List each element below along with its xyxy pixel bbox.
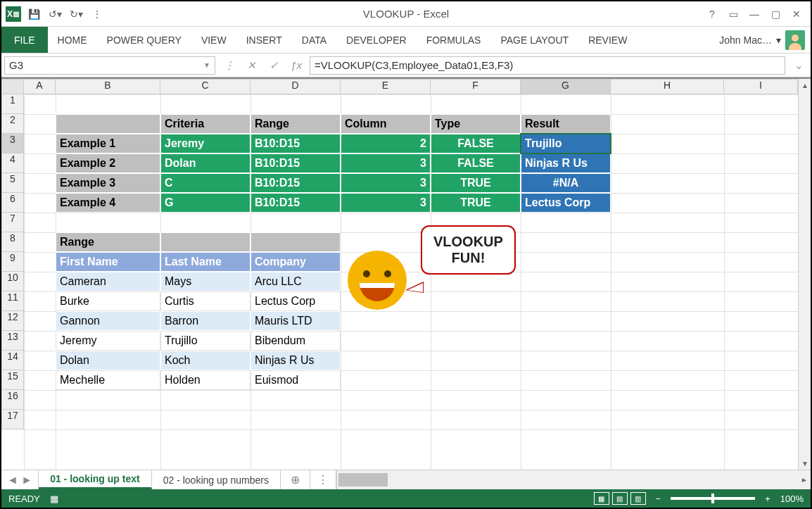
cell-D5[interactable]: B10:D15 bbox=[250, 173, 341, 193]
cell-C13[interactable]: Trujillo bbox=[160, 331, 250, 351]
cell-B3[interactable]: Example 1 bbox=[56, 134, 160, 153]
row-header-13[interactable]: 13 bbox=[1, 331, 24, 351]
cell-D11[interactable]: Lectus Corp bbox=[250, 291, 341, 311]
row-header-16[interactable]: 16 bbox=[1, 390, 24, 410]
avatar[interactable] bbox=[785, 30, 805, 50]
row-header-8[interactable]: 8 bbox=[1, 232, 24, 252]
save-icon[interactable]: 💾 bbox=[25, 6, 42, 23]
tab-power-query[interactable]: POWER QUERY bbox=[97, 27, 191, 53]
file-tab[interactable]: FILE bbox=[1, 27, 48, 53]
view-normal-icon[interactable]: ▦ bbox=[594, 492, 609, 505]
scroll-up-icon[interactable]: ▲ bbox=[799, 79, 811, 92]
tab-insert[interactable]: INSERT bbox=[236, 27, 292, 53]
tab-formulas[interactable]: FORMULAS bbox=[417, 27, 491, 53]
cell-C14[interactable]: Koch bbox=[160, 351, 250, 370]
cell-E6[interactable]: 3 bbox=[341, 193, 431, 213]
horizontal-scrollbar[interactable]: ◄ ► bbox=[336, 470, 811, 489]
cell-D15[interactable]: Euismod bbox=[250, 370, 341, 390]
cell-B4[interactable]: Example 2 bbox=[56, 153, 160, 173]
tab-developer[interactable]: DEVELOPER bbox=[336, 27, 417, 53]
sheet-nav[interactable]: ◄ ► bbox=[1, 470, 39, 489]
cell-D12[interactable]: Mauris LTD bbox=[250, 311, 341, 331]
col-header-F[interactable]: F bbox=[431, 79, 521, 94]
cell-C8[interactable] bbox=[160, 232, 250, 252]
cell-D6[interactable]: B10:D15 bbox=[250, 193, 341, 213]
cell-D3[interactable]: B10:D15 bbox=[250, 134, 341, 153]
cell-C12[interactable]: Barron bbox=[160, 311, 250, 331]
formula-expand-icon[interactable]: ⌄ bbox=[789, 56, 808, 75]
undo-icon[interactable]: ↺▾ bbox=[46, 6, 63, 23]
cell-G5[interactable]: #N/A bbox=[521, 173, 611, 193]
row-header-7[interactable]: 7 bbox=[1, 213, 24, 232]
cell-E2[interactable]: Column bbox=[341, 114, 431, 134]
cell-F3[interactable]: FALSE bbox=[431, 134, 521, 153]
tab-home[interactable]: HOME bbox=[48, 27, 97, 53]
row-header-5[interactable]: 5 bbox=[1, 173, 24, 193]
formula-input[interactable]: =VLOOKUP(C3,Employee_Data01,E3,F3) bbox=[310, 56, 785, 75]
cell-G2[interactable]: Result bbox=[521, 114, 611, 134]
formula-colon-icon[interactable]: ⋮ bbox=[220, 56, 238, 75]
insert-function-icon[interactable]: ƒx bbox=[287, 56, 305, 75]
cell-E4[interactable]: 3 bbox=[341, 153, 431, 173]
minimize-icon[interactable]: — bbox=[744, 6, 764, 23]
column-headers[interactable]: ABCDEFGHI bbox=[24, 79, 798, 94]
cell-C11[interactable]: Curtis bbox=[160, 291, 250, 311]
formula-cancel-icon[interactable]: ✕ bbox=[242, 56, 260, 75]
col-header-H[interactable]: H bbox=[611, 79, 724, 94]
zoom-out-icon[interactable]: − bbox=[656, 494, 661, 504]
row-header-10[interactable]: 10 bbox=[1, 272, 24, 291]
col-header-E[interactable]: E bbox=[341, 79, 431, 94]
cell-E5[interactable]: 3 bbox=[341, 173, 431, 193]
zoom-level[interactable]: 100% bbox=[780, 494, 804, 504]
qat-customize-icon[interactable]: ⋮ bbox=[89, 6, 106, 23]
cell-B15[interactable]: Mechelle bbox=[56, 370, 160, 390]
cell-C9[interactable]: Last Name bbox=[160, 252, 250, 272]
cell-B9[interactable]: First Name bbox=[56, 252, 160, 272]
zoom-in-icon[interactable]: + bbox=[765, 494, 770, 504]
select-all-corner[interactable] bbox=[1, 79, 24, 94]
excel-app-icon[interactable]: X≣ bbox=[6, 6, 21, 22]
cell-C3[interactable]: Jeremy bbox=[160, 134, 250, 153]
maximize-icon[interactable]: ▢ bbox=[766, 6, 785, 23]
zoom-thumb[interactable] bbox=[711, 494, 714, 503]
cell-B8[interactable]: Range bbox=[56, 232, 160, 252]
col-header-C[interactable]: C bbox=[160, 79, 250, 94]
tab-review[interactable]: REVIEW bbox=[578, 27, 637, 53]
cell-C2[interactable]: Criteria bbox=[160, 114, 250, 134]
cell-D4[interactable]: B10:D15 bbox=[250, 153, 341, 173]
cell-D10[interactable]: Arcu LLC bbox=[250, 272, 341, 291]
ribbon-options-icon[interactable]: ▭ bbox=[723, 6, 743, 23]
tab-page-layout[interactable]: PAGE LAYOUT bbox=[490, 27, 578, 53]
cell-F6[interactable]: TRUE bbox=[431, 193, 521, 213]
cell-C6[interactable]: G bbox=[160, 193, 250, 213]
row-header-4[interactable]: 4 bbox=[1, 153, 24, 173]
col-header-G[interactable]: G bbox=[521, 79, 611, 94]
cell-B12[interactable]: Gannon bbox=[56, 311, 160, 331]
tab-data[interactable]: DATA bbox=[292, 27, 336, 53]
row-header-15[interactable]: 15 bbox=[1, 370, 24, 390]
cell-F5[interactable]: TRUE bbox=[431, 173, 521, 193]
cell-B13[interactable]: Jeremy bbox=[56, 331, 160, 351]
name-box[interactable]: G3 ▼ bbox=[4, 56, 215, 75]
cell-C5[interactable]: C bbox=[160, 173, 250, 193]
hscroll-right-icon[interactable]: ► bbox=[798, 470, 811, 489]
zoom-slider[interactable] bbox=[671, 497, 755, 500]
cell-C15[interactable]: Holden bbox=[160, 370, 250, 390]
sheet-tab-1[interactable]: 01 - looking up text bbox=[39, 470, 152, 489]
cell-F2[interactable]: Type bbox=[431, 114, 521, 134]
row-header-17[interactable]: 17 bbox=[1, 410, 24, 429]
cell-D13[interactable]: Bibendum bbox=[250, 331, 341, 351]
cell-B6[interactable]: Example 4 bbox=[56, 193, 160, 213]
row-header-6[interactable]: 6 bbox=[1, 193, 24, 213]
add-sheet-button[interactable]: ⊕ bbox=[281, 470, 310, 489]
help-icon[interactable]: ? bbox=[702, 6, 722, 23]
cell-grid[interactable]: CriteriaRangeColumnTypeResultExample 1Je… bbox=[24, 94, 798, 470]
hscroll-thumb[interactable] bbox=[338, 473, 388, 486]
cell-B11[interactable]: Burke bbox=[56, 291, 160, 311]
cell-C10[interactable]: Mays bbox=[160, 272, 250, 291]
col-header-I[interactable]: I bbox=[724, 79, 798, 94]
row-header-3[interactable]: 3 bbox=[1, 134, 24, 153]
cell-B10[interactable]: Cameran bbox=[56, 272, 160, 291]
spreadsheet[interactable]: ABCDEFGHI 1234567891011121314151617 Crit… bbox=[1, 77, 811, 470]
name-box-dropdown-icon[interactable]: ▼ bbox=[203, 61, 210, 69]
